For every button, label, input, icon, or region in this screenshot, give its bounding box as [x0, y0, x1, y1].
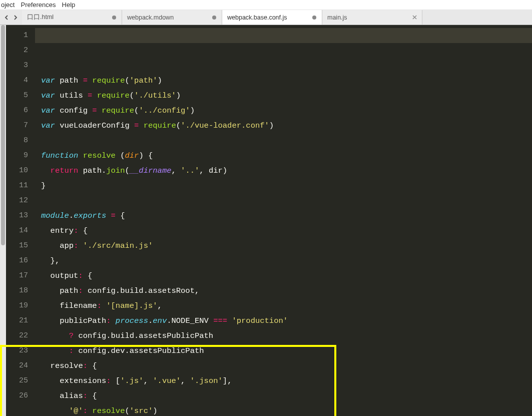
code-token: : [78, 286, 83, 295]
code-line[interactable] [41, 133, 532, 148]
code-token: }, [41, 256, 60, 265]
code-token: var [41, 121, 55, 130]
code-token: ( [134, 106, 139, 115]
code-token: = [92, 106, 97, 115]
code-token: exports [74, 211, 106, 220]
line-number: 3 [6, 58, 28, 73]
code-token: : [69, 346, 74, 355]
vertical-scrollbar[interactable] [0, 25, 6, 416]
code-line[interactable]: alias: { [41, 388, 532, 403]
code-line[interactable]: var utils = require('./utils') [41, 88, 532, 103]
code-token [92, 91, 97, 100]
code-line[interactable]: var vueLoaderConfig = require('./vue-loa… [41, 118, 532, 133]
menu-item-preferences[interactable]: Preferences [21, 1, 56, 9]
line-number: 4 [6, 73, 28, 88]
code-token: filename [41, 301, 97, 310]
code-token: var [41, 91, 55, 100]
code-token: ) { [139, 151, 153, 160]
line-number: 11 [6, 178, 28, 193]
code-line[interactable]: var config = require('../config') [41, 103, 532, 118]
code-line[interactable]: extensions: ['.js', '.vue', '.json'], [41, 373, 532, 388]
code-token: , [144, 376, 153, 385]
code-line[interactable]: app: './src/main.js' [41, 238, 532, 253]
line-number: 1 [6, 28, 28, 43]
code-token: ? [69, 331, 74, 340]
line-number: 13 [6, 208, 28, 223]
code-token: : [83, 406, 88, 415]
dirty-indicator-icon [212, 15, 217, 20]
close-icon[interactable] [412, 15, 417, 20]
code-token: } [41, 181, 46, 190]
code-token: join [106, 166, 125, 175]
active-line-highlight [35, 28, 532, 43]
code-token: ( [125, 76, 129, 85]
tab[interactable]: webpack.mdown [122, 10, 222, 25]
menu-item-help[interactable]: Help [62, 1, 76, 9]
code-token: './src/main.js' [83, 241, 153, 250]
scrollbar-thumb[interactable] [1, 25, 5, 245]
code-token: extensions [41, 376, 106, 385]
tab-label: webpack.mdown [127, 14, 208, 21]
line-number: 7 [6, 118, 28, 133]
line-number: 16 [6, 253, 28, 268]
code-token: : [83, 391, 88, 400]
code-line[interactable]: entry: { [41, 223, 532, 238]
code-line[interactable]: publicPath: process.env.NODE_ENV === 'pr… [41, 313, 532, 328]
code-line[interactable]: ? config.build.assetsPublicPath [41, 328, 532, 343]
line-number: 14 [6, 223, 28, 238]
code-line[interactable]: output: { [41, 268, 532, 283]
code-token: ) [269, 121, 274, 130]
line-number: 9 [6, 148, 28, 163]
tab[interactable]: main.js [322, 10, 422, 25]
code-line[interactable] [41, 193, 532, 208]
code-line[interactable]: var path = require('path') [41, 73, 532, 88]
tab-nav-forward-icon[interactable] [11, 13, 20, 22]
code-token: resolve [41, 361, 83, 370]
code-line[interactable]: function resolve (dir) { [41, 148, 532, 163]
code-token: config.build.assetsPublicPath [74, 331, 213, 340]
code-token [88, 406, 92, 415]
code-line[interactable]: '@': resolve('src') [41, 403, 532, 416]
menu-item-project[interactable]: oject [1, 1, 15, 9]
code-token: : [106, 316, 111, 325]
line-number: 8 [6, 133, 28, 148]
line-number: 10 [6, 163, 28, 178]
code-token: = [111, 211, 116, 220]
code-token: { [88, 361, 97, 370]
tab-label: webpack.base.conf.js [227, 14, 308, 21]
code-token: env [153, 316, 167, 325]
code-token: dir [125, 151, 139, 160]
code-token: 'src' [130, 406, 153, 415]
code-line[interactable]: module.exports = { [41, 208, 532, 223]
tab[interactable]: webpack.base.conf.js [222, 10, 322, 25]
code-line[interactable]: return path.join(__dirname, '..', dir) [41, 163, 532, 178]
code-line[interactable]: : config.dev.assetsPublicPath [41, 343, 532, 358]
code-token: alias [41, 391, 83, 400]
tab-nav-back-icon[interactable] [2, 13, 11, 22]
code-token: : [97, 301, 102, 310]
code-token: config [55, 106, 92, 115]
code-token: { [88, 391, 97, 400]
code-token: === [213, 316, 227, 325]
code-line[interactable]: } [41, 178, 532, 193]
line-number: 24 [6, 358, 28, 373]
code-content[interactable]: var path = require('path')var utils = re… [35, 25, 532, 416]
tab[interactable]: 口口.html [22, 10, 122, 25]
code-token: ) [176, 91, 181, 100]
code-token: resolve [83, 151, 116, 160]
code-token: , [181, 376, 190, 385]
code-line[interactable]: path: config.build.assetsRoot, [41, 283, 532, 298]
code-token: '[name].js' [106, 301, 157, 310]
code-line[interactable]: filename: '[name].js', [41, 298, 532, 313]
code-token: module [41, 211, 69, 220]
tab-nav-arrows [0, 10, 22, 25]
code-token: : [78, 271, 83, 280]
code-line[interactable]: resolve: { [41, 358, 532, 373]
line-number: 12 [6, 193, 28, 208]
code-line[interactable]: }, [41, 253, 532, 268]
code-token [78, 151, 83, 160]
code-token: path [55, 76, 83, 85]
code-token: path. [78, 166, 106, 175]
code-token: ( [130, 91, 134, 100]
code-token: utils [55, 91, 88, 100]
